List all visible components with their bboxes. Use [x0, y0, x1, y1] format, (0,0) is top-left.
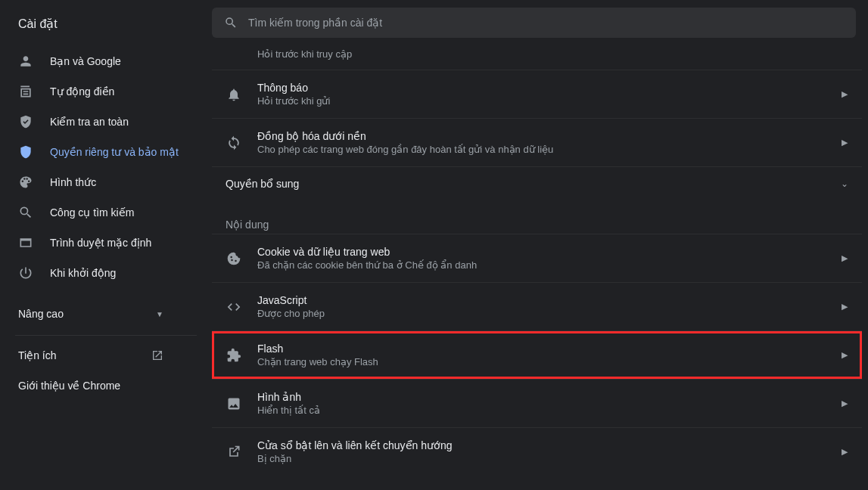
setting-row-title: Hình ảnh [257, 391, 841, 403]
setting-row-javascript[interactable]: JavaScript Được cho phép ▶ [212, 282, 862, 330]
chevron-right-icon: ▶ [841, 89, 848, 99]
sidebar-advanced-toggle[interactable]: Nâng cao ▼ [0, 297, 212, 330]
sidebar-item-label: Khi khởi động [50, 267, 116, 279]
settings-content: Hỏi trước khi truy cập ▶ Thông báo Hỏi t… [212, 45, 868, 490]
search-icon [18, 205, 33, 220]
sidebar-nav: Bạn và Google Tự động điền Kiểm tra an t… [0, 46, 212, 490]
plugin-icon [226, 347, 242, 364]
setting-row-images[interactable]: Hình ảnh Hiển thị tất cả ▶ [212, 379, 862, 427]
sidebar-extensions[interactable]: Tiện ích [0, 340, 212, 371]
sync-icon [226, 135, 242, 151]
popup-icon [226, 444, 242, 461]
code-icon [226, 299, 242, 315]
shield-icon [18, 144, 33, 160]
setting-row-title: Đồng bộ hóa dưới nền [257, 130, 841, 142]
setting-row-subtitle: Đã chặn các cookie bên thứ ba ở Chế độ ẩ… [257, 259, 841, 271]
setting-row-title: Cửa sổ bật lên và liên kết chuyển hướng [257, 439, 841, 451]
location-icon [226, 45, 242, 62]
sidebar-advanced-label: Nâng cao [18, 308, 64, 320]
sidebar-item-label: Công cụ tìm kiếm [50, 206, 134, 219]
setting-row-subtitle: Cho phép các trang web đóng gần đây hoàn… [257, 144, 841, 155]
search-bar[interactable] [212, 8, 856, 38]
setting-row-title: Cookie và dữ liệu trang web [257, 246, 841, 258]
sidebar-item-label: Bạn và Google [50, 55, 121, 67]
sidebar-item-appearance[interactable]: Hình thức [0, 167, 212, 197]
chevron-right-icon: ▶ [841, 350, 848, 360]
browser-icon [18, 235, 33, 250]
main-content: Hỏi trước khi truy cập ▶ Thông báo Hỏi t… [212, 0, 868, 490]
sidebar-about-label: Giới thiệu về Chrome [18, 380, 120, 392]
chevron-right-icon: ▶ [841, 253, 848, 263]
palette-icon [18, 175, 33, 190]
sidebar-extensions-label: Tiện ích [18, 349, 57, 361]
sidebar-item-label: Hình thức [50, 176, 96, 188]
setting-row-subtitle: Hỏi trước khi gửi [257, 95, 841, 107]
setting-row-popups[interactable]: Cửa sổ bật lên và liên kết chuyển hướng … [212, 427, 862, 476]
bell-icon [226, 86, 242, 103]
search-input[interactable] [248, 17, 844, 29]
sidebar-item-on-startup[interactable]: Khi khởi động [0, 258, 212, 288]
chevron-right-icon: ▶ [841, 302, 848, 312]
shield-check-icon [18, 114, 33, 129]
cookie-icon [226, 250, 242, 267]
sidebar-item-label: Kiểm tra an toàn [50, 116, 129, 128]
chevron-right-icon: ▶ [841, 399, 848, 408]
setting-row-flash[interactable]: Flash Chặn trang web chạy Flash ▶ [212, 330, 862, 379]
autofill-icon [18, 84, 33, 99]
sidebar-item-search-engine[interactable]: Công cụ tìm kiếm [0, 197, 212, 228]
chevron-right-icon: ▶ [841, 447, 848, 457]
sidebar-item-privacy-security[interactable]: Quyền riêng tư và bảo mật [0, 137, 212, 167]
sidebar-item-label: Tự động điền [50, 85, 114, 98]
sidebar-item-default-browser[interactable]: Trình duyệt mặc định [0, 228, 212, 258]
setting-row-title: Flash [257, 343, 841, 355]
sidebar-item-autofill[interactable]: Tự động điền [0, 76, 212, 107]
chevron-right-icon: ▶ [841, 138, 848, 147]
sidebar-item-label: Trình duyệt mặc định [50, 237, 151, 249]
setting-row-subtitle: Được cho phép [257, 308, 841, 319]
setting-row-location[interactable]: Hỏi trước khi truy cập ▶ [212, 45, 862, 70]
additional-permissions-label: Quyền bổ sung [226, 178, 299, 190]
launch-icon [151, 349, 194, 361]
chevron-down-icon: ▼ [156, 310, 194, 318]
additional-permissions-toggle[interactable]: Quyền bổ sung ⌄ [212, 166, 862, 200]
setting-row-subtitle: Hiển thị tất cả [257, 405, 841, 416]
sidebar-item-you-and-google[interactable]: Bạn và Google [0, 46, 212, 76]
setting-row-subtitle: Chặn trang web chạy Flash [257, 356, 841, 368]
person-icon [18, 54, 33, 69]
power-icon [18, 265, 33, 281]
search-icon [224, 16, 238, 29]
sidebar-item-safety-check[interactable]: Kiểm tra an toàn [0, 107, 212, 137]
sidebar-divider [15, 335, 197, 336]
setting-row-notifications[interactable]: Thông báo Hỏi trước khi gửi ▶ [212, 70, 862, 118]
image-icon [226, 395, 242, 412]
chevron-down-icon: ⌄ [841, 178, 848, 189]
setting-row-cookies[interactable]: Cookie và dữ liệu trang web Đã chặn các … [212, 234, 862, 282]
setting-row-title: JavaScript [257, 294, 841, 306]
page-title: Cài đặt [0, 0, 212, 46]
search-wrap [212, 0, 868, 45]
setting-row-background-sync[interactable]: Đồng bộ hóa dưới nền Cho phép các trang … [212, 118, 862, 166]
sidebar: Cài đặt Bạn và Google Tự động điền Kiểm … [0, 0, 212, 490]
setting-row-subtitle: Bị chặn [257, 453, 841, 464]
sidebar-item-label: Quyền riêng tư và bảo mật [50, 146, 179, 158]
sidebar-about-chrome[interactable]: Giới thiệu về Chrome [0, 371, 212, 401]
setting-row-title: Thông báo [257, 82, 841, 94]
content-section-title: Nội dung [212, 200, 862, 234]
setting-row-subtitle: Hỏi trước khi truy cập [257, 48, 841, 60]
